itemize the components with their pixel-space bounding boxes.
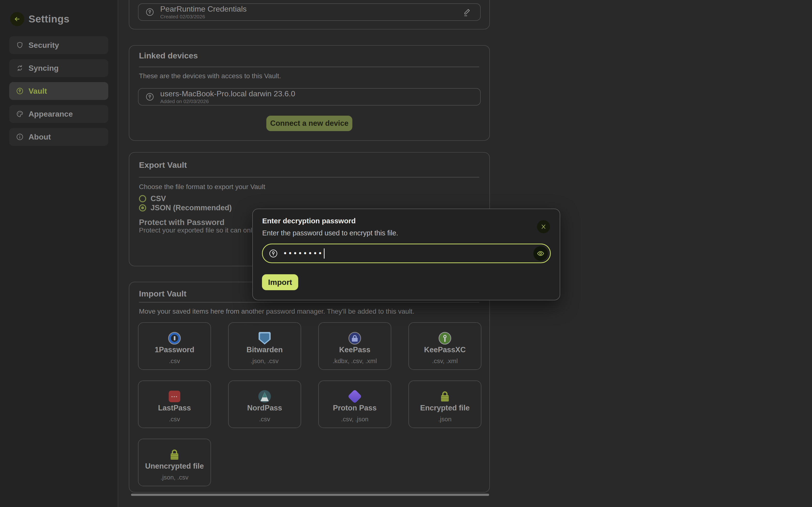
- source-name: 1Password: [139, 345, 210, 354]
- lock-unencrypted-icon: [168, 448, 181, 461]
- radio-option-json[interactable]: JSON (Recommended): [139, 204, 232, 212]
- import-vault-title: Import Vault: [139, 289, 186, 298]
- import-source-lastpass[interactable]: ... LastPass .csv: [138, 381, 211, 428]
- key-icon: [145, 7, 154, 17]
- keepassxc-icon: [439, 332, 451, 344]
- sidebar-item-about[interactable]: About: [9, 128, 108, 146]
- source-formats: .csv, .xml: [409, 357, 481, 365]
- source-name: NordPass: [229, 404, 301, 412]
- source-formats: .csv: [139, 415, 210, 423]
- divider: [139, 302, 479, 302]
- protect-with-password-description: Protect your exported file so it can onl…: [139, 226, 265, 234]
- sidebar-item-syncing[interactable]: Syncing: [9, 59, 108, 77]
- radio-csv[interactable]: [139, 195, 146, 202]
- divider: [139, 177, 479, 177]
- device-name: users-MacBook-Pro.local darwin 23.6.0: [160, 89, 295, 98]
- source-name: KeePassXC: [409, 345, 481, 354]
- arrow-left-icon: [14, 16, 20, 22]
- key-icon: [268, 249, 278, 258]
- import-source-bitwarden[interactable]: Bitwarden .json, .csv: [228, 322, 301, 370]
- decryption-password-modal: Enter decryption password Enter the pass…: [252, 209, 560, 300]
- palette-icon: [16, 110, 24, 118]
- source-formats: .csv: [229, 415, 301, 423]
- sidebar-item-vault[interactable]: Vault: [9, 82, 108, 100]
- sidebar-item-security[interactable]: Security: [9, 36, 108, 54]
- back-button[interactable]: [10, 12, 24, 26]
- import-source-unencrypted-file[interactable]: Unencrypted file .json, .csv: [138, 439, 211, 486]
- pencil-icon: [462, 8, 471, 17]
- source-formats: .kdbx, .csv, .xml: [319, 357, 391, 365]
- horizontal-scrollbar[interactable]: [131, 494, 489, 496]
- source-name: Proton Pass: [319, 404, 391, 412]
- source-formats: .csv, .json: [319, 415, 391, 423]
- onepassword-icon: [168, 332, 181, 344]
- credential-created: Created 02/03/2026: [160, 14, 247, 19]
- connect-new-device-button[interactable]: Connect a new device: [266, 116, 352, 131]
- source-name: LastPass: [139, 404, 210, 412]
- sidebar-item-appearance[interactable]: Appearance: [9, 105, 108, 123]
- protonpass-icon: [349, 390, 361, 403]
- vault-key-icon: [16, 87, 24, 95]
- source-formats: .json, .csv: [229, 357, 301, 365]
- source-name: Unencrypted file: [139, 462, 210, 470]
- import-source-keepass[interactable]: KeePass .kdbx, .csv, .xml: [318, 322, 391, 370]
- export-format-description: Choose the file format to export your Va…: [139, 183, 265, 191]
- info-icon: [16, 133, 24, 141]
- radio-csv-label: CSV: [151, 194, 166, 203]
- sidebar-item-label: Vault: [29, 87, 47, 96]
- sidebar-item-label: Appearance: [29, 110, 73, 119]
- credential-card[interactable]: PearRuntime Credentials Created 02/03/20…: [138, 3, 481, 21]
- source-name: Bitwarden: [229, 345, 301, 354]
- lock-encrypted-icon: [439, 390, 451, 403]
- bitwarden-icon: [258, 332, 271, 344]
- import-button[interactable]: Import: [262, 274, 298, 290]
- radio-option-csv[interactable]: CSV: [139, 194, 166, 203]
- toggle-password-visibility-button[interactable]: [534, 246, 548, 261]
- radio-json-label: JSON (Recommended): [151, 204, 232, 212]
- modal-title: Enter decryption password: [262, 217, 356, 225]
- sidebar-item-label: Syncing: [29, 64, 58, 73]
- import-source-protonpass[interactable]: Proton Pass .csv, .json: [318, 381, 391, 428]
- settings-nav: Security Syncing Vault Appearance About: [9, 36, 108, 151]
- lastpass-icon: ...: [168, 390, 181, 403]
- import-source-encrypted-file[interactable]: Encrypted file .json: [408, 381, 481, 428]
- divider: [139, 67, 479, 67]
- linked-devices-panel: Linked devices These are the devices wit…: [129, 45, 490, 141]
- key-icon: [145, 92, 154, 101]
- password-masked-value: ••••••••: [283, 249, 323, 258]
- radio-json[interactable]: [139, 204, 146, 212]
- protect-with-password-heading: Protect with Password: [139, 218, 224, 227]
- settings-title: Settings: [29, 12, 69, 26]
- source-formats: .csv: [139, 357, 210, 365]
- source-name: KeePass: [319, 345, 391, 354]
- source-formats: .json: [409, 415, 481, 423]
- edit-credential-button[interactable]: [461, 7, 472, 18]
- import-source-1password[interactable]: 1Password .csv: [138, 322, 211, 370]
- import-source-keepassxc[interactable]: KeePassXC .csv, .xml: [408, 322, 481, 370]
- import-sources-grid: 1Password .csv Bitwarden .json, .csv Kee…: [138, 322, 481, 486]
- device-added: Added on 02/03/2026: [160, 99, 295, 104]
- modal-close-button[interactable]: [537, 220, 550, 233]
- source-name: Encrypted file: [409, 404, 481, 412]
- export-vault-title: Export Vault: [139, 160, 187, 170]
- import-source-nordpass[interactable]: NordPass .csv: [228, 381, 301, 428]
- credential-name: PearRuntime Credentials: [160, 5, 247, 13]
- vault-header-panel: PearRuntime Credentials Created 02/03/20…: [129, 0, 490, 30]
- import-vault-panel: Import Vault Move your saved items here …: [129, 282, 490, 493]
- eye-icon: [537, 249, 545, 258]
- source-formats: .json, .csv: [139, 474, 210, 481]
- shield-icon: [16, 41, 24, 49]
- sidebar-item-label: Security: [29, 41, 59, 50]
- password-input[interactable]: ••••••••: [262, 243, 551, 263]
- text-caret: [324, 248, 324, 259]
- device-card[interactable]: users-MacBook-Pro.local darwin 23.6.0 Ad…: [138, 88, 481, 106]
- sync-icon: [16, 64, 24, 72]
- keepass-icon: [349, 332, 361, 344]
- settings-sidebar: Settings Security Syncing Vault Appearan…: [0, 0, 118, 507]
- sidebar-item-label: About: [29, 132, 51, 142]
- modal-description: Enter the password used to encrypt this …: [262, 229, 398, 237]
- import-vault-description: Move your saved items here from another …: [139, 307, 414, 315]
- linked-devices-description: These are the devices with access to thi…: [139, 72, 281, 80]
- close-icon: [540, 224, 547, 230]
- nordpass-icon: [258, 390, 271, 403]
